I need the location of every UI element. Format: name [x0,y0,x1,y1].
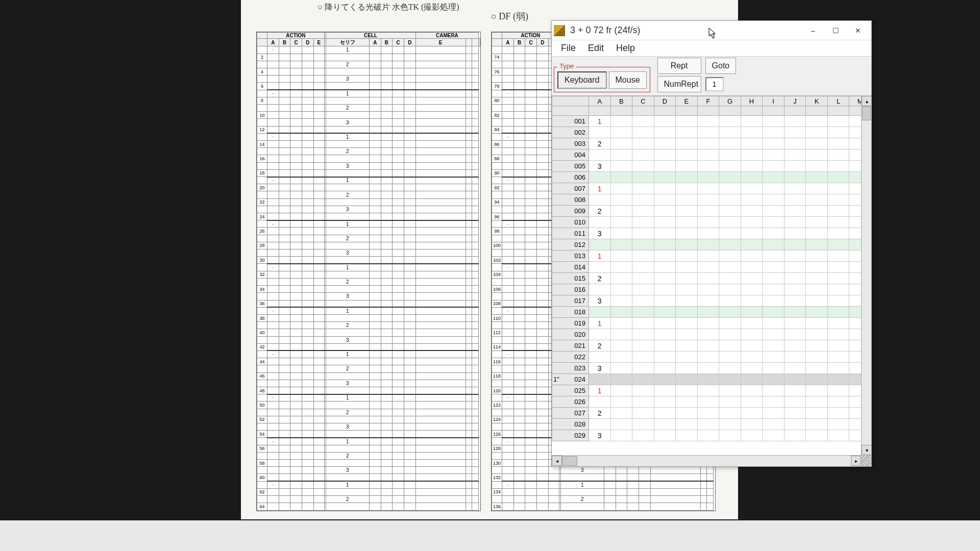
cell[interactable] [676,138,698,149]
cell[interactable] [610,161,632,172]
cell[interactable] [589,194,611,206]
cell[interactable] [741,194,763,206]
cell[interactable] [827,183,849,194]
row-number[interactable]: 028 [552,419,589,430]
frame-row[interactable]: 0251 [552,385,871,396]
cell[interactable] [589,217,611,228]
cell[interactable] [719,430,741,441]
cell[interactable] [806,127,828,138]
cell[interactable] [806,138,828,149]
cell[interactable] [676,273,698,284]
cell[interactable] [806,340,828,352]
cell[interactable] [784,127,806,138]
cell[interactable] [654,262,676,273]
cell[interactable] [827,352,849,363]
cell[interactable] [784,329,806,340]
cell[interactable] [719,127,741,138]
cell[interactable] [654,352,676,363]
cell[interactable] [719,138,741,149]
cell[interactable] [806,172,828,183]
cell[interactable] [763,273,785,284]
cell[interactable] [784,430,806,441]
row-number[interactable]: 005 [552,161,589,172]
cell[interactable] [763,329,785,340]
row-number[interactable]: 015 [552,273,589,284]
cell[interactable] [719,161,741,172]
cell[interactable] [697,206,719,217]
cell[interactable] [763,262,785,273]
cell[interactable] [763,206,785,217]
cell[interactable] [719,183,741,194]
menu-help[interactable]: Help [610,41,641,56]
cell[interactable] [719,363,741,374]
cell[interactable] [719,352,741,363]
cell[interactable] [763,284,785,295]
cell[interactable] [610,284,632,295]
cell[interactable] [697,116,719,127]
cell[interactable] [697,385,719,396]
cell[interactable] [741,138,763,149]
cell[interactable] [741,262,763,273]
cell[interactable] [697,194,719,206]
cell[interactable] [784,228,806,239]
cell[interactable] [806,239,828,251]
cell[interactable] [632,408,654,419]
cell[interactable] [784,374,806,385]
cell[interactable] [610,206,632,217]
cell[interactable] [676,340,698,352]
cell[interactable] [806,374,828,385]
row-number[interactable]: 013 [552,251,589,262]
cell[interactable] [806,116,828,127]
cell[interactable] [806,318,828,329]
cell[interactable] [827,149,849,161]
frame-row[interactable]: 024 [552,374,871,385]
frame-row[interactable]: 0011 [552,116,871,127]
row-number[interactable]: 020 [552,329,589,340]
cell[interactable] [763,116,785,127]
cell[interactable] [806,396,828,408]
row-number[interactable]: 026 [552,396,589,408]
cell[interactable] [610,419,632,430]
cell[interactable] [610,217,632,228]
cell[interactable] [697,374,719,385]
row-number[interactable]: 014 [552,262,589,273]
cell[interactable] [827,262,849,273]
cell[interactable] [719,149,741,161]
frame-table[interactable]: ABCDEFGHIJKLM001100200320040053006007100… [552,96,871,441]
frame-row[interactable]: 016 [552,284,871,295]
cell[interactable] [784,239,806,251]
cell[interactable] [763,217,785,228]
cell[interactable] [827,430,849,441]
cell[interactable] [719,251,741,262]
cell[interactable] [741,206,763,217]
cell[interactable] [676,352,698,363]
hscroll-thumb[interactable] [562,456,577,466]
cell[interactable] [654,127,676,138]
cell[interactable] [676,262,698,273]
cell[interactable] [741,329,763,340]
cell[interactable] [610,352,632,363]
cell[interactable] [632,239,654,251]
cell[interactable]: 3 [589,228,611,239]
cell[interactable] [763,318,785,329]
cell[interactable] [763,385,785,396]
cell[interactable] [610,340,632,352]
cell[interactable] [806,408,828,419]
row-number[interactable]: 019 [552,318,589,329]
col-header-G[interactable]: G [719,96,741,106]
frame-row[interactable]: 020 [552,329,871,340]
cell[interactable] [610,374,632,385]
cell[interactable] [827,116,849,127]
cell[interactable] [719,172,741,183]
cell[interactable] [589,284,611,295]
cell[interactable] [654,295,676,307]
cell[interactable] [632,352,654,363]
cell[interactable]: 3 [589,161,611,172]
cell[interactable] [610,251,632,262]
cell[interactable] [654,138,676,149]
cell[interactable] [719,396,741,408]
cell[interactable] [741,161,763,172]
cell[interactable] [827,206,849,217]
cell[interactable] [697,352,719,363]
cell[interactable] [632,172,654,183]
